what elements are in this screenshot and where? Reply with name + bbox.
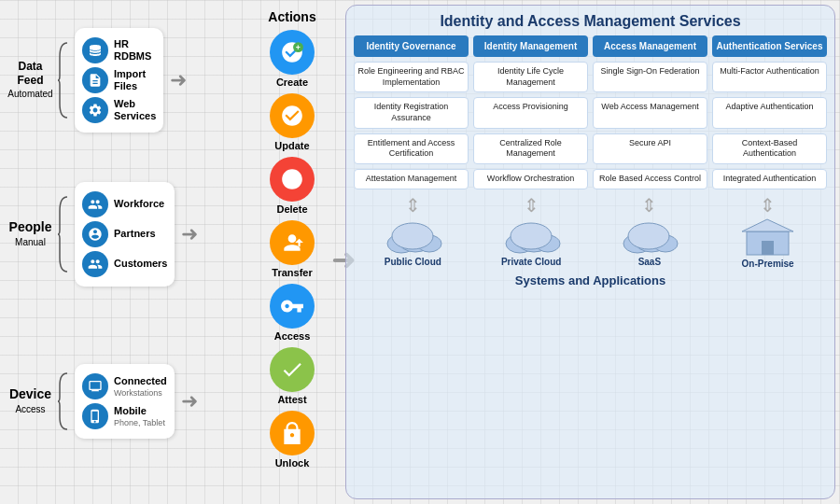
- list-item: Workforce: [82, 191, 167, 217]
- iam-cell-r3c4: Context-Based Authentication: [712, 133, 827, 164]
- iam-cell-r4c4: Integrated Authentication: [712, 169, 827, 189]
- iam-cell-r3c3: Secure API: [593, 133, 707, 164]
- arrow-down-1: ⇕: [405, 194, 421, 217]
- update-icon: [270, 93, 315, 138]
- people-arrow: ➜: [181, 222, 198, 246]
- list-item: Web Services: [82, 97, 156, 123]
- iam-cell-r4c2: Workflow Orchestration: [473, 169, 588, 189]
- iam-cell-r1c3: Single Sign-On Federation: [593, 62, 707, 92]
- systems-row: Public Cloud Private Cloud: [354, 217, 827, 270]
- iam-cell-r4c3: Role Based Access Control: [593, 169, 707, 189]
- attest-label: Attest: [277, 394, 306, 405]
- database-icon: [82, 37, 108, 63]
- private-cloud-label: Private Cloud: [501, 257, 561, 268]
- monitor-icon: [82, 373, 108, 399]
- phone-icon: [82, 403, 108, 429]
- data-feed-items: HR RDBMS Import Files Web Se: [75, 28, 163, 133]
- create-icon: +: [270, 30, 315, 75]
- data-feed-label: Data Feed Automated: [5, 60, 56, 100]
- list-item: Import Files: [82, 67, 156, 93]
- transfer-label: Transfer: [272, 267, 312, 278]
- device-group: Device Access Connected Workstations: [5, 364, 201, 439]
- unlock-label: Unlock: [275, 457, 310, 469]
- people-label: People Manual: [5, 219, 56, 248]
- device-items: Connected Workstations Mobile Phone, Tab…: [75, 364, 175, 439]
- actions-section: Actions + Create Update Delete Transfer …: [250, 9, 334, 474]
- on-premise-label: On-Premise: [742, 259, 794, 270]
- list-item: Partners: [82, 221, 167, 247]
- iam-cell-r2c1: Identity Registration Assurance: [354, 97, 469, 128]
- transfer-action: Transfer: [250, 220, 334, 278]
- public-cloud-icon: [383, 217, 443, 255]
- arrow-down-2: ⇕: [524, 194, 539, 217]
- svg-rect-16: [762, 241, 774, 255]
- file-icon: [82, 67, 108, 93]
- iam-title: Identity and Access Management Services: [354, 13, 827, 30]
- iam-cell-r1c2: Identity Life Cycle Management: [473, 62, 588, 92]
- public-cloud-label: Public Cloud: [385, 257, 441, 268]
- data-feed-group: Data Feed Automated HR RDBMS: [5, 28, 189, 133]
- col-header-authentication-services: Authentication Services: [712, 35, 827, 57]
- unlock-icon: [270, 411, 315, 455]
- iam-cell-r1c1: Role Engineering and RBAC Implementation: [354, 62, 469, 92]
- transfer-icon: [270, 220, 315, 265]
- iam-cell-r2c3: Web Access Management: [593, 97, 707, 128]
- delete-icon: [270, 157, 315, 202]
- hr-rdbms-label: HR RDBMS: [114, 38, 151, 63]
- data-feed-arrow: ➜: [170, 68, 187, 92]
- col-header-identity-management: Identity Management: [473, 35, 588, 57]
- gear-icon: [82, 97, 108, 123]
- attest-action: Attest: [250, 347, 334, 405]
- workforce-icon: [82, 191, 108, 217]
- list-item: Mobile Phone, Tablet: [82, 403, 167, 429]
- actions-title: Actions: [250, 9, 334, 24]
- customers-icon: [82, 251, 108, 277]
- public-cloud-item: Public Cloud: [380, 217, 445, 268]
- col-header-access-management: Access Management: [593, 35, 707, 57]
- saas-icon: [619, 217, 679, 255]
- arrows-row: ⇕ ⇕ ⇕ ⇕: [354, 195, 827, 216]
- iam-column-headers: Identity Governance Identity Management …: [354, 35, 827, 189]
- delete-label: Delete: [276, 203, 307, 215]
- iam-cell-r3c1: Entitlement and Access Certification: [354, 133, 469, 164]
- iam-cell-r2c4: Adaptive Authentication: [712, 97, 827, 128]
- svg-text:+: +: [296, 43, 301, 52]
- mobile-label: Mobile Phone, Tablet: [114, 405, 165, 427]
- svg-marker-15: [742, 219, 793, 231]
- delete-action: Delete: [250, 157, 334, 215]
- list-item: HR RDBMS: [82, 37, 156, 63]
- systems-title: Systems and Applications: [354, 273, 827, 287]
- svg-point-9: [511, 223, 552, 249]
- iam-cell-r4c1: Attestation Management: [354, 169, 469, 189]
- attest-icon: [270, 347, 315, 392]
- access-label: Access: [274, 330, 311, 342]
- create-action: + Create: [250, 30, 334, 88]
- arrow-down-4: ⇕: [760, 194, 776, 217]
- unlock-action: Unlock: [250, 411, 334, 469]
- people-items: Workforce Partners Customers: [75, 182, 175, 287]
- iam-cell-r2c2: Access Provisioning: [473, 97, 588, 128]
- import-files-label: Import Files: [114, 68, 146, 92]
- update-label: Update: [274, 140, 309, 151]
- iam-section: Identity and Access Management Services …: [345, 5, 835, 499]
- on-premise-icon: [737, 217, 798, 257]
- list-item: Connected Workstations: [82, 373, 167, 399]
- access-action: Access: [250, 284, 334, 342]
- workstations-label: Connected Workstations: [114, 375, 167, 397]
- private-cloud-icon: [501, 217, 562, 255]
- svg-point-13: [628, 223, 669, 249]
- saas-item: SaaS: [617, 217, 682, 268]
- update-action: Update: [250, 93, 334, 151]
- on-premise-item: On-Premise: [735, 217, 801, 270]
- left-section: Data Feed Automated HR RDBMS: [5, 9, 247, 495]
- web-services-label: Web Services: [114, 98, 156, 122]
- svg-point-5: [392, 223, 433, 249]
- saas-label: SaaS: [638, 257, 661, 268]
- private-cloud-item: Private Cloud: [498, 217, 564, 268]
- device-arrow: ➜: [181, 389, 198, 413]
- iam-cell-r1c4: Multi-Factor Authentication: [712, 62, 827, 92]
- list-item: Customers: [82, 251, 167, 277]
- access-icon: [270, 284, 315, 329]
- col-header-identity-governance: Identity Governance: [354, 35, 469, 57]
- partners-icon: [82, 221, 108, 247]
